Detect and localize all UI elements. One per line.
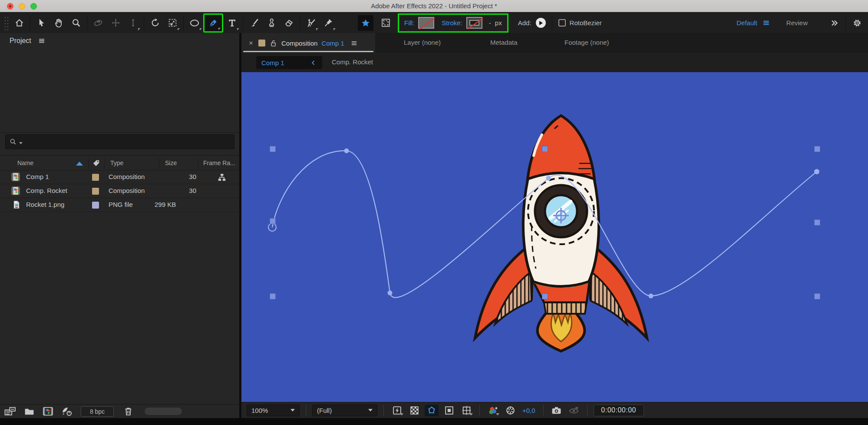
close-tab-icon[interactable]	[248, 40, 254, 46]
stroke-label[interactable]: Stroke:	[442, 19, 462, 27]
label-color-swatch[interactable]	[92, 174, 99, 181]
column-divider[interactable]	[198, 158, 198, 169]
interpret-footage-icon[interactable]	[4, 406, 16, 416]
show-snapshot-button[interactable]	[567, 405, 581, 416]
tool-roto-brush[interactable]	[302, 14, 320, 32]
transform-handle[interactable]	[815, 294, 820, 299]
table-row-rocket-png[interactable]: Rocket 1.png PNG file 299 KB	[0, 198, 239, 212]
tool-orbit-camera[interactable]	[89, 14, 107, 32]
fill-color-swatch[interactable]	[418, 17, 434, 29]
grid-guides-button[interactable]	[459, 405, 473, 416]
tool-puppet-pin[interactable]	[320, 14, 337, 32]
tab-footage[interactable]: Footage (none)	[564, 39, 609, 46]
minimize-window-button[interactable]	[19, 3, 25, 10]
channel-color-button[interactable]	[486, 405, 500, 416]
fast-preview-button[interactable]	[390, 405, 404, 416]
transform-handle[interactable]	[542, 146, 548, 152]
zoom-window-button[interactable]	[30, 3, 37, 10]
current-time-display[interactable]: 0:00:00:00	[594, 405, 644, 416]
stroke-width-value[interactable]: -	[489, 19, 491, 27]
more-workspaces-chevrons-icon[interactable]	[829, 18, 839, 28]
label-color-swatch[interactable]	[92, 188, 99, 195]
tool-hand[interactable]	[50, 14, 67, 32]
tool-pan-camera[interactable]	[107, 14, 124, 32]
transform-handle[interactable]	[270, 219, 276, 224]
workspace-menu-icon[interactable]	[762, 18, 771, 27]
rocket-power-icon[interactable]	[61, 406, 72, 416]
region-of-interest-button[interactable]	[442, 405, 456, 416]
project-panel-tab[interactable]: Project	[10, 37, 31, 45]
breadcrumb-parent[interactable]: Comp. Rocket	[332, 58, 373, 66]
tool-home[interactable]	[10, 14, 28, 32]
transform-handle[interactable]	[815, 220, 820, 226]
tool-pan-behind-anchor[interactable]	[164, 14, 181, 32]
column-divider[interactable]	[104, 158, 105, 169]
close-window-button[interactable]	[7, 3, 13, 10]
magnification-dropdown[interactable]: 100%	[247, 405, 300, 416]
resolution-dropdown[interactable]: (Full)	[312, 405, 377, 416]
tool-zoom[interactable]	[67, 14, 85, 32]
tool-selection[interactable]	[33, 14, 50, 32]
mask-path-visibility-button[interactable]	[425, 405, 439, 416]
new-folder-icon[interactable]	[24, 406, 35, 416]
breadcrumb-comp1-button[interactable]: Comp 1	[256, 56, 322, 69]
horizontal-scrollbar-thumb[interactable]	[145, 408, 182, 415]
label-color-swatch[interactable]	[92, 202, 99, 209]
column-divider[interactable]	[159, 158, 159, 169]
trash-icon[interactable]	[123, 406, 133, 416]
unlock-icon[interactable]	[269, 39, 277, 47]
exposure-reset-button[interactable]	[503, 405, 517, 416]
tool-ellipse-shape[interactable]	[186, 14, 203, 32]
new-composition-icon[interactable]	[43, 406, 53, 416]
label-tag-icon[interactable]	[92, 159, 101, 168]
rocket-layer[interactable]	[475, 116, 647, 351]
tool-pen-selected[interactable]	[203, 13, 223, 33]
tool-brush[interactable]	[245, 14, 263, 32]
tab-metadata[interactable]: Metadata	[490, 39, 518, 46]
tool-type[interactable]	[223, 14, 241, 32]
gear-icon[interactable]	[852, 18, 862, 28]
tool-rotation[interactable]	[146, 14, 164, 32]
column-size[interactable]: Size	[165, 159, 177, 166]
tool-dolly-camera[interactable]	[124, 14, 142, 32]
path-anchor[interactable]	[388, 291, 393, 296]
workspace-default[interactable]: Default	[736, 19, 757, 27]
tab-composition-comp1-active[interactable]: Composition Comp 1	[241, 33, 375, 53]
column-name[interactable]: Name	[17, 159, 33, 166]
search-input[interactable]	[24, 138, 231, 146]
exposure-value[interactable]: +0,0	[522, 407, 535, 414]
tab-layer[interactable]: Layer (none)	[404, 39, 441, 46]
stroke-color-swatch[interactable]	[466, 17, 482, 29]
column-type[interactable]: Type	[110, 159, 123, 166]
path-anchor[interactable]	[344, 149, 349, 153]
transparency-grid-button[interactable]	[407, 405, 421, 416]
transform-handle[interactable]	[270, 146, 276, 152]
tool-creates-mask-toggle[interactable]	[378, 15, 393, 31]
column-divider[interactable]	[88, 158, 89, 169]
table-row-comp-rocket[interactable]: Comp. Rocket Composition 30	[0, 184, 239, 198]
composition-canvas[interactable]	[241, 72, 868, 402]
add-shape-operation-button[interactable]	[536, 18, 546, 28]
tab-menu-icon[interactable]	[350, 39, 358, 47]
tool-eraser[interactable]	[280, 14, 297, 32]
transform-handle[interactable]	[815, 146, 820, 152]
tool-clone-stamp[interactable]	[263, 14, 280, 32]
sort-ascending-icon[interactable]	[76, 162, 83, 166]
flowchart-icon[interactable]	[217, 173, 227, 182]
toolbar-grip-handle[interactable]	[3, 15, 9, 31]
tool-creates-shape-toggle[interactable]	[358, 15, 373, 31]
canvas-artwork[interactable]	[241, 72, 868, 402]
path-anchor[interactable]	[546, 176, 551, 181]
panel-menu-icon[interactable]	[37, 37, 46, 45]
column-frame-rate[interactable]: Frame Ra...	[203, 159, 235, 166]
take-snapshot-button[interactable]	[550, 405, 564, 416]
path-end-anchor[interactable]	[814, 169, 819, 174]
fill-label[interactable]: Fill:	[404, 19, 414, 27]
project-bit-depth-button[interactable]: 8 bpc	[81, 406, 114, 417]
search-options-caret-icon[interactable]	[19, 142, 23, 144]
transform-handle[interactable]	[542, 294, 548, 299]
path-anchor[interactable]	[649, 294, 653, 299]
table-row-comp-1[interactable]: Comp 1 Composition 30	[0, 170, 239, 184]
transform-handle[interactable]	[270, 294, 276, 299]
rotobezier-checkbox[interactable]	[558, 19, 566, 27]
